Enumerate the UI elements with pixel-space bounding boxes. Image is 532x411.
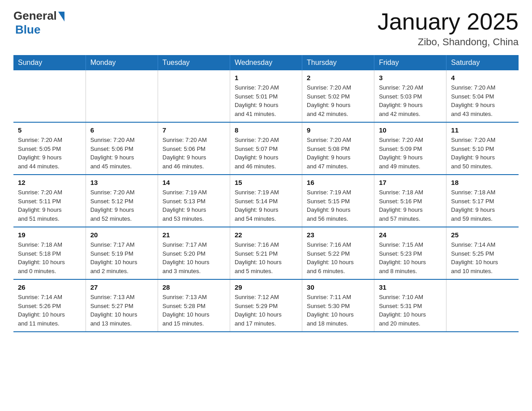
calendar-cell: 15Sunrise: 7:19 AM Sunset: 5:14 PM Dayli… bbox=[230, 175, 302, 227]
calendar-cell: 31Sunrise: 7:10 AM Sunset: 5:31 PM Dayli… bbox=[374, 279, 446, 332]
day-info: Sunrise: 7:20 AM Sunset: 5:06 PM Dayligh… bbox=[163, 136, 225, 171]
calendar-cell: 11Sunrise: 7:20 AM Sunset: 5:10 PM Dayli… bbox=[446, 122, 519, 175]
day-number: 5 bbox=[18, 126, 81, 134]
title-block: January 2025 Zibo, Shandong, China bbox=[378, 9, 519, 48]
day-number: 30 bbox=[307, 283, 369, 291]
calendar-cell: 7Sunrise: 7:20 AM Sunset: 5:06 PM Daylig… bbox=[158, 122, 230, 175]
calendar-cell: 29Sunrise: 7:12 AM Sunset: 5:29 PM Dayli… bbox=[230, 279, 302, 332]
day-info: Sunrise: 7:16 AM Sunset: 5:21 PM Dayligh… bbox=[235, 240, 297, 275]
day-info: Sunrise: 7:18 AM Sunset: 5:17 PM Dayligh… bbox=[451, 188, 514, 223]
day-info: Sunrise: 7:20 AM Sunset: 5:03 PM Dayligh… bbox=[379, 83, 442, 118]
day-info: Sunrise: 7:20 AM Sunset: 5:01 PM Dayligh… bbox=[235, 83, 297, 118]
calendar-cell: 25Sunrise: 7:14 AM Sunset: 5:25 PM Dayli… bbox=[446, 227, 519, 279]
logo-general-text: General bbox=[13, 9, 57, 23]
day-info: Sunrise: 7:16 AM Sunset: 5:22 PM Dayligh… bbox=[307, 240, 369, 275]
calendar-cell bbox=[13, 70, 86, 122]
calendar-cell: 27Sunrise: 7:13 AM Sunset: 5:27 PM Dayli… bbox=[86, 279, 158, 332]
calendar-cell: 2Sunrise: 7:20 AM Sunset: 5:02 PM Daylig… bbox=[302, 70, 374, 122]
day-info: Sunrise: 7:17 AM Sunset: 5:19 PM Dayligh… bbox=[90, 240, 153, 275]
day-info: Sunrise: 7:20 AM Sunset: 5:07 PM Dayligh… bbox=[235, 136, 297, 171]
day-number: 17 bbox=[379, 179, 442, 186]
day-number: 26 bbox=[18, 283, 81, 291]
calendar-cell: 24Sunrise: 7:15 AM Sunset: 5:23 PM Dayli… bbox=[374, 227, 446, 279]
day-number: 19 bbox=[18, 231, 81, 239]
week-row-5: 26Sunrise: 7:14 AM Sunset: 5:26 PM Dayli… bbox=[13, 279, 519, 332]
calendar-cell: 19Sunrise: 7:18 AM Sunset: 5:18 PM Dayli… bbox=[13, 227, 86, 279]
calendar-cell bbox=[158, 70, 230, 122]
col-header-sunday: Sunday bbox=[13, 55, 86, 70]
calendar-cell: 14Sunrise: 7:19 AM Sunset: 5:13 PM Dayli… bbox=[158, 175, 230, 227]
day-info: Sunrise: 7:13 AM Sunset: 5:28 PM Dayligh… bbox=[163, 293, 225, 328]
week-row-4: 19Sunrise: 7:18 AM Sunset: 5:18 PM Dayli… bbox=[13, 227, 519, 279]
calendar-cell: 23Sunrise: 7:16 AM Sunset: 5:22 PM Dayli… bbox=[302, 227, 374, 279]
week-row-3: 12Sunrise: 7:20 AM Sunset: 5:11 PM Dayli… bbox=[13, 175, 519, 227]
calendar-cell: 30Sunrise: 7:11 AM Sunset: 5:30 PM Dayli… bbox=[302, 279, 374, 332]
col-header-tuesday: Tuesday bbox=[158, 55, 230, 70]
day-number: 29 bbox=[235, 283, 297, 291]
day-number: 27 bbox=[90, 283, 153, 291]
calendar-cell bbox=[446, 279, 519, 332]
day-number: 18 bbox=[451, 179, 514, 186]
day-info: Sunrise: 7:10 AM Sunset: 5:31 PM Dayligh… bbox=[379, 293, 442, 328]
day-number: 24 bbox=[379, 231, 442, 239]
day-number: 1 bbox=[235, 74, 297, 81]
calendar-cell: 9Sunrise: 7:20 AM Sunset: 5:08 PM Daylig… bbox=[302, 122, 374, 175]
day-info: Sunrise: 7:18 AM Sunset: 5:16 PM Dayligh… bbox=[379, 188, 442, 223]
day-number: 28 bbox=[163, 283, 225, 291]
logo-blue-text: Blue bbox=[15, 23, 40, 37]
calendar-cell: 20Sunrise: 7:17 AM Sunset: 5:19 PM Dayli… bbox=[86, 227, 158, 279]
calendar-cell: 17Sunrise: 7:18 AM Sunset: 5:16 PM Dayli… bbox=[374, 175, 446, 227]
day-number: 14 bbox=[163, 179, 225, 186]
day-info: Sunrise: 7:19 AM Sunset: 5:14 PM Dayligh… bbox=[235, 188, 297, 223]
day-number: 4 bbox=[451, 74, 514, 81]
day-number: 2 bbox=[307, 74, 369, 81]
day-info: Sunrise: 7:11 AM Sunset: 5:30 PM Dayligh… bbox=[307, 293, 369, 328]
day-number: 31 bbox=[379, 283, 442, 291]
day-info: Sunrise: 7:20 AM Sunset: 5:06 PM Dayligh… bbox=[90, 136, 153, 171]
calendar-cell: 26Sunrise: 7:14 AM Sunset: 5:26 PM Dayli… bbox=[13, 279, 86, 332]
calendar-cell: 28Sunrise: 7:13 AM Sunset: 5:28 PM Dayli… bbox=[158, 279, 230, 332]
page-header: General Blue January 2025 Zibo, Shandong… bbox=[13, 9, 519, 48]
week-row-1: 1Sunrise: 7:20 AM Sunset: 5:01 PM Daylig… bbox=[13, 70, 519, 122]
day-info: Sunrise: 7:12 AM Sunset: 5:29 PM Dayligh… bbox=[235, 293, 297, 328]
day-number: 9 bbox=[307, 126, 369, 134]
day-info: Sunrise: 7:14 AM Sunset: 5:25 PM Dayligh… bbox=[451, 240, 514, 275]
day-info: Sunrise: 7:17 AM Sunset: 5:20 PM Dayligh… bbox=[163, 240, 225, 275]
day-number: 7 bbox=[163, 126, 225, 134]
calendar-cell: 1Sunrise: 7:20 AM Sunset: 5:01 PM Daylig… bbox=[230, 70, 302, 122]
day-number: 8 bbox=[235, 126, 297, 134]
day-number: 15 bbox=[235, 179, 297, 186]
day-info: Sunrise: 7:20 AM Sunset: 5:02 PM Dayligh… bbox=[307, 83, 369, 118]
day-number: 25 bbox=[451, 231, 514, 239]
calendar-cell: 13Sunrise: 7:20 AM Sunset: 5:12 PM Dayli… bbox=[86, 175, 158, 227]
col-header-thursday: Thursday bbox=[302, 55, 374, 70]
day-info: Sunrise: 7:20 AM Sunset: 5:09 PM Dayligh… bbox=[379, 136, 442, 171]
calendar-cell: 6Sunrise: 7:20 AM Sunset: 5:06 PM Daylig… bbox=[86, 122, 158, 175]
day-info: Sunrise: 7:14 AM Sunset: 5:26 PM Dayligh… bbox=[18, 293, 81, 328]
calendar-cell: 8Sunrise: 7:20 AM Sunset: 5:07 PM Daylig… bbox=[230, 122, 302, 175]
calendar-cell: 4Sunrise: 7:20 AM Sunset: 5:04 PM Daylig… bbox=[446, 70, 519, 122]
calendar-header-row: SundayMondayTuesdayWednesdayThursdayFrid… bbox=[13, 55, 519, 70]
col-header-monday: Monday bbox=[86, 55, 158, 70]
day-info: Sunrise: 7:20 AM Sunset: 5:05 PM Dayligh… bbox=[18, 136, 81, 171]
calendar-title: January 2025 bbox=[378, 9, 519, 34]
day-info: Sunrise: 7:13 AM Sunset: 5:27 PM Dayligh… bbox=[90, 293, 153, 328]
day-number: 20 bbox=[90, 231, 153, 239]
day-number: 21 bbox=[163, 231, 225, 239]
calendar-table: SundayMondayTuesdayWednesdayThursdayFrid… bbox=[13, 55, 519, 332]
col-header-wednesday: Wednesday bbox=[230, 55, 302, 70]
week-row-2: 5Sunrise: 7:20 AM Sunset: 5:05 PM Daylig… bbox=[13, 122, 519, 175]
calendar-cell: 12Sunrise: 7:20 AM Sunset: 5:11 PM Dayli… bbox=[13, 175, 86, 227]
day-number: 12 bbox=[18, 179, 81, 186]
calendar-cell: 3Sunrise: 7:20 AM Sunset: 5:03 PM Daylig… bbox=[374, 70, 446, 122]
calendar-cell: 21Sunrise: 7:17 AM Sunset: 5:20 PM Dayli… bbox=[158, 227, 230, 279]
day-info: Sunrise: 7:15 AM Sunset: 5:23 PM Dayligh… bbox=[379, 240, 442, 275]
day-number: 11 bbox=[451, 126, 514, 134]
day-number: 13 bbox=[90, 179, 153, 186]
calendar-cell: 22Sunrise: 7:16 AM Sunset: 5:21 PM Dayli… bbox=[230, 227, 302, 279]
day-info: Sunrise: 7:19 AM Sunset: 5:15 PM Dayligh… bbox=[307, 188, 369, 223]
calendar-subtitle: Zibo, Shandong, China bbox=[378, 36, 519, 48]
day-info: Sunrise: 7:20 AM Sunset: 5:04 PM Dayligh… bbox=[451, 83, 514, 118]
day-number: 22 bbox=[235, 231, 297, 239]
day-number: 10 bbox=[379, 126, 442, 134]
